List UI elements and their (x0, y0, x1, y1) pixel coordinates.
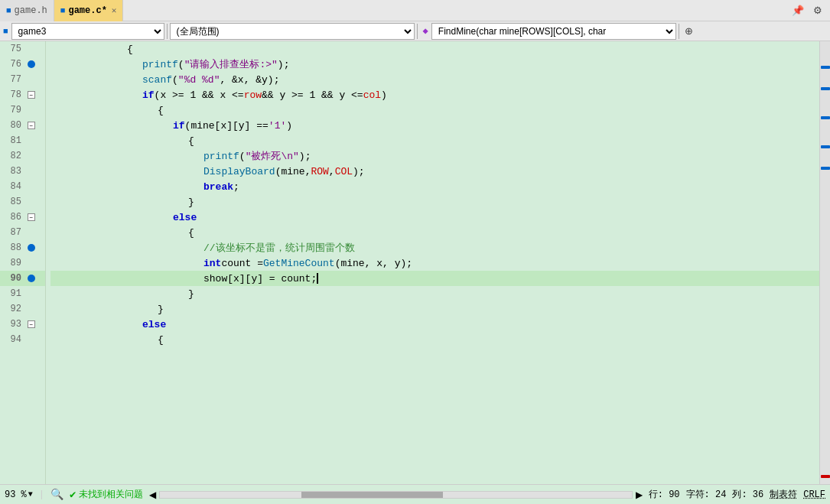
horizontal-scrollbar[interactable]: ◀ ▶ (149, 489, 642, 500)
line-num-80: 80 (0, 120, 26, 131)
code-line-78[interactable]: if (x >= 1 && x <= row && y >= 1 && y <=… (50, 87, 819, 102)
collapse-80[interactable]: − (28, 122, 35, 129)
gutter-row-87: 87 (0, 225, 45, 240)
status-line-ending[interactable]: CRLF (803, 489, 825, 500)
gutter-row-94: 94 (0, 332, 45, 347)
code-87-brace: { (188, 227, 194, 239)
code-89-var: count = (221, 258, 263, 269)
gutter-row-82: 82 (0, 148, 45, 164)
gutter-row-81: 81 (0, 133, 45, 148)
code-line-84[interactable]: break; (50, 179, 819, 194)
pin-button[interactable]: 📌 (789, 5, 807, 16)
tab-game-c[interactable]: ■ game.c* ✕ (54, 0, 124, 21)
breakpoint-88[interactable] (28, 244, 35, 252)
scroll-right-button[interactable]: ▶ (636, 489, 643, 500)
code-line-75[interactable]: { (50, 41, 819, 57)
code-line-88[interactable]: //该坐标不是雷，统计周围雷个数 (50, 240, 819, 255)
code-line-82[interactable]: printf("被炸死\n"); (50, 148, 819, 164)
settings-button[interactable]: ⚙ (810, 5, 825, 16)
code-line-87[interactable]: { (50, 225, 819, 240)
code-line-77[interactable]: scanf("%d %d", &x, &y); (50, 72, 819, 87)
gutter-row-92: 92 (0, 301, 45, 317)
code-line-76[interactable]: printf("请输入排查坐标:>"); (50, 57, 819, 72)
indicator-88[interactable] (26, 244, 37, 252)
code-line-80[interactable]: if (mine[x][y] == '1' ) (50, 118, 819, 133)
code-line-93[interactable]: else (50, 317, 819, 332)
code-82-p2: ); (299, 151, 311, 162)
code-81-brace: { (188, 135, 194, 147)
zoom-dropdown-icon[interactable]: ▼ (28, 490, 33, 499)
code-line-89[interactable]: int count = GetMineCount (mine, x, y); (50, 255, 819, 271)
gutter-row-79: 79 (0, 102, 45, 118)
tab-game-h[interactable]: ■ game.h (0, 0, 54, 21)
breakpoint-76[interactable] (28, 60, 35, 68)
gutter-row-77: 77 (0, 72, 45, 87)
line-num-85: 85 (0, 197, 26, 207)
scroll-marker-1 (821, 66, 830, 69)
code-line-86[interactable]: else (50, 210, 819, 225)
collapse-86[interactable]: − (28, 213, 35, 221)
code-83-col: COL (335, 166, 353, 177)
scroll-thumb (301, 492, 443, 498)
minimap-scrollbar[interactable] (819, 41, 830, 484)
indicator-86[interactable]: − (26, 213, 37, 221)
code-89-args: (mine, x, y); (335, 258, 412, 269)
indicator-80[interactable]: − (26, 122, 37, 129)
code-82-p1: ( (239, 151, 246, 162)
line-num-79: 79 (0, 105, 26, 115)
tab-close-icon[interactable]: ✕ (112, 5, 117, 15)
code-line-79[interactable]: { (50, 102, 819, 118)
status-col-char: 字符: 24 (686, 488, 727, 501)
zoom-control[interactable]: 93 % ▼ (5, 489, 33, 500)
line-num-89: 89 (0, 258, 26, 268)
status-format[interactable]: 制表符 (770, 488, 797, 501)
code-line-94[interactable]: { (50, 332, 819, 347)
code-line-81[interactable]: { (50, 133, 819, 148)
line-num-82: 82 (0, 151, 26, 161)
code-line-91[interactable]: } (50, 286, 819, 301)
function-select[interactable]: FindMine(char mine[ROWS][COLS], char (431, 23, 676, 40)
status-separator-1: | (39, 489, 44, 500)
indicator-93[interactable]: − (26, 320, 37, 328)
scroll-track[interactable] (159, 491, 632, 499)
toolbar-separator-1 (167, 24, 168, 39)
collapse-93[interactable]: − (28, 320, 35, 328)
context-select[interactable]: (全局范围) (170, 23, 415, 40)
code-80-end: ) (286, 120, 292, 132)
line-num-77: 77 (0, 74, 26, 85)
code-line-92[interactable]: } (50, 301, 819, 317)
code-line-90[interactable]: show[x][y] = count; (50, 271, 819, 286)
code-94-brace: { (158, 334, 164, 346)
indicator-90[interactable] (26, 275, 37, 282)
code-83-comma: , (329, 166, 335, 177)
code-line-83[interactable]: DisplayBoard(mine, ROW , COL ); (50, 164, 819, 179)
gutter-row-88: 88 (0, 240, 45, 255)
scope-select[interactable]: game3 (11, 23, 164, 40)
line-num-83: 83 (0, 166, 26, 177)
code-editor[interactable]: { printf("请输入排查坐标:>"); scanf("%d %d", &x… (46, 41, 819, 484)
gutter-row-86: 86 − (0, 210, 45, 225)
indicator-76[interactable] (26, 60, 37, 68)
code-85-brace: } (188, 197, 194, 208)
code-92-brace: } (158, 304, 164, 315)
indicator-78[interactable]: − (26, 91, 37, 99)
toolbar-row: ■ game3 (全局范围) ◆ FindMine(char mine[ROWS… (0, 21, 830, 41)
code-line-85[interactable]: } (50, 194, 819, 210)
line-num-91: 91 (0, 288, 26, 299)
code-80-kw: if (173, 120, 185, 132)
code-84-kw: break (203, 181, 233, 193)
gutter-row-90: 90 (0, 271, 45, 286)
add-breakpoint-button[interactable]: ⊕ (682, 25, 696, 37)
code-93-kw: else (142, 319, 166, 330)
gutter-row-91: 91 (0, 286, 45, 301)
code-83-end: ); (353, 166, 365, 177)
status-bar: 93 % ▼ | 🔍 ✔ 未找到相关问题 ◀ ▶ 行: 90 字符: 24 列:… (0, 484, 830, 504)
breakpoint-90[interactable] (28, 275, 35, 282)
line-num-76: 76 (0, 59, 26, 70)
toolbar-separator-3 (679, 24, 679, 39)
status-text: 未找到相关问题 (79, 488, 143, 501)
collapse-78[interactable]: − (28, 91, 35, 99)
tab-file-icon2: ■ (60, 6, 66, 15)
scroll-left-button[interactable]: ◀ (149, 489, 156, 500)
cursor-90 (317, 273, 318, 284)
